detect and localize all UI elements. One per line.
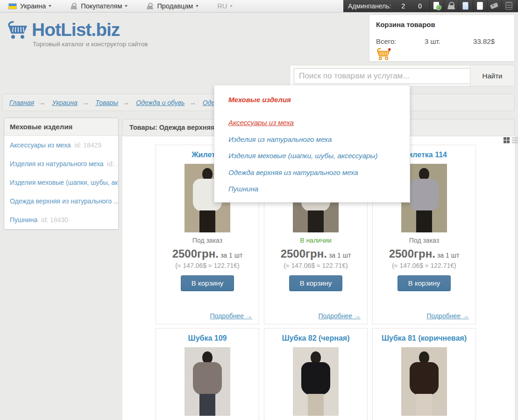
- photo-figure-legs: [416, 210, 432, 232]
- product-title-link[interactable]: Шубка 109: [156, 334, 259, 343]
- price-row: 2500грн.за 1 шт: [156, 248, 259, 261]
- sidebar-item-label[interactable]: Изделия меховые (шапки, шубы, ак...: [10, 179, 118, 186]
- site-logo[interactable]: HotList.biz Торговый каталог и конструкт…: [7, 21, 148, 48]
- site-tagline: Торговый каталог и конструктор сайтов: [33, 41, 148, 48]
- price-approx: (≈ 147.06$ ≈ 122.71€): [264, 262, 367, 269]
- sidebar-item[interactable]: Одежда верхняя из натурального ...: [4, 192, 118, 210]
- sidebar-item[interactable]: Аксессуары из меха id: 18429: [4, 136, 118, 154]
- admin-icons: [429, 0, 518, 12]
- product-title-link[interactable]: Шубка 81 (коричневая): [373, 334, 475, 343]
- dropdown-item: Изделия меховые (шапки, шубы, аксессуары…: [228, 147, 410, 164]
- topbar-menu[interactable]: Продавцам: [146, 2, 199, 10]
- product-image[interactable]: [184, 347, 230, 416]
- chevron-down-icon: [125, 5, 128, 7]
- price: 2500грн.: [389, 247, 435, 260]
- document-blue-icon[interactable]: [458, 0, 473, 12]
- photo-figure-legs: [308, 394, 324, 416]
- details-link[interactable]: Подробнее →: [427, 312, 469, 320]
- cart-quantity: 3 шт.: [425, 37, 440, 45]
- server-icon[interactable]: [502, 0, 516, 12]
- logo-cart-icon: [7, 21, 29, 42]
- chevron-down-icon: [196, 5, 199, 7]
- photo-figure-coat: [193, 362, 222, 395]
- dropdown-item: Аксессуары из меха: [228, 114, 410, 131]
- add-to-cart-button[interactable]: В корзину: [397, 275, 451, 291]
- sidebar-list: Аксессуары из меха id: 18429 Изделия из …: [4, 136, 118, 229]
- product-title-link[interactable]: Шубка 82 (черная): [264, 334, 367, 343]
- site-title: HotList.biz: [32, 21, 148, 39]
- cart-title: Корзина товаров: [376, 21, 435, 28]
- tag-icon[interactable]: [487, 0, 502, 12]
- breadcrumb-item: Главная→: [9, 98, 50, 106]
- view-toggle: [504, 137, 518, 143]
- page-globe-icon[interactable]: [429, 0, 444, 12]
- breadcrumb-link[interactable]: Одежда и обувь: [136, 99, 184, 106]
- add-to-cart-button[interactable]: В корзину: [181, 275, 234, 291]
- category-sidebar: Меховые изделия Аксессуары из меха id: 1…: [4, 118, 119, 230]
- dropdown-item: Изделия из натурального меха: [228, 131, 410, 148]
- admin-counter[interactable]: 2: [401, 2, 405, 10]
- breadcrumb-link[interactable]: Главная: [9, 99, 34, 106]
- dropdown-title[interactable]: Меховые изделия: [228, 95, 410, 105]
- document-white-icon[interactable]: [473, 0, 487, 12]
- admin-basket-icon[interactable]: [444, 0, 458, 12]
- dropdown-link[interactable]: Одежда верхняя из натурального меха: [228, 168, 358, 176]
- product-card: Шубка 109 Под заказ: [156, 328, 259, 420]
- availability-status: Под заказ: [373, 237, 475, 244]
- cart-amount: 33.82$: [473, 37, 495, 45]
- product-image[interactable]: [293, 347, 339, 416]
- price-approx: (≈ 147.06$ ≈ 122.71€): [373, 262, 475, 269]
- topbar-menu[interactable]: RU: [217, 2, 233, 10]
- breadcrumb-item: Украина→: [52, 98, 93, 106]
- breadcrumb-arrow: →: [82, 98, 89, 106]
- dropdown-item: Пушнина: [228, 181, 410, 197]
- product-image[interactable]: [401, 347, 447, 416]
- sidebar-item[interactable]: Изделия меховые (шапки, шубы, ак...: [4, 173, 118, 192]
- admin-counter[interactable]: 0: [418, 2, 422, 10]
- topbar-menu-label: Украина: [20, 2, 46, 10]
- cart-total-label: Всего:: [376, 37, 397, 45]
- details-link[interactable]: Подробнее →: [210, 312, 253, 320]
- photo-figure-legs: [308, 210, 324, 232]
- photo-figure-coat: [410, 179, 439, 211]
- sidebar-item[interactable]: Пушнина id: 18430: [4, 210, 118, 229]
- grid-view-icon[interactable]: [504, 137, 510, 143]
- cart-icon[interactable]: [376, 48, 391, 63]
- price: 2500грн.: [281, 247, 327, 260]
- price-approx: (≈ 147.06$ ≈ 122.71€): [156, 262, 259, 269]
- sidebar-item-id: id: 18429: [75, 141, 102, 149]
- list-view-icon[interactable]: [512, 137, 518, 143]
- page: { "colors": { "brand_blue": "#4a7cb0", "…: [0, 0, 518, 420]
- dropdown-link[interactable]: Аксессуары из меха: [228, 119, 294, 126]
- topbar-menu[interactable]: Покупателям: [70, 2, 128, 10]
- breadcrumb-link[interactable]: Товары: [95, 99, 118, 106]
- panel-icon[interactable]: [516, 0, 518, 12]
- basket-icon: [70, 3, 78, 9]
- sidebar-item-label[interactable]: Изделия из натурального меха: [10, 160, 104, 168]
- breadcrumb-item: Одежда и обувь→: [136, 98, 200, 106]
- dropdown-list: Аксессуары из меха Изделия из натурально…: [228, 114, 410, 197]
- add-to-cart-button[interactable]: В корзину: [289, 275, 342, 291]
- search-button[interactable]: Найти: [470, 65, 514, 86]
- sidebar-item-label[interactable]: Аксессуары из меха: [10, 141, 71, 149]
- price: 2500грн.: [172, 247, 219, 260]
- dropdown-link[interactable]: Пушнина: [228, 185, 258, 193]
- sidebar-item-label[interactable]: Одежда верхняя из натурального ...: [10, 197, 118, 205]
- product-card: Шубка 81 (коричневая) Под заказ: [372, 328, 476, 420]
- photo-figure-legs: [416, 394, 432, 416]
- chevron-down-icon: [49, 5, 51, 7]
- sidebar-item-label[interactable]: Пушнина: [10, 216, 37, 224]
- admin-panel-link[interactable]: Админпанель:: [348, 2, 391, 10]
- dropdown-link[interactable]: Изделия меховые (шапки, шубы, аксессуары…: [228, 152, 377, 160]
- photo-figure-coat: [301, 362, 330, 395]
- price-row: 2500грн.за 1 шт: [264, 248, 367, 261]
- topbar-menu[interactable]: Украина: [8, 2, 51, 10]
- breadcrumb-link[interactable]: Украина: [52, 99, 77, 106]
- search-input[interactable]: [294, 68, 470, 84]
- dropdown-link[interactable]: Изделия из натурального меха: [228, 135, 332, 143]
- details-link[interactable]: Подробнее →: [319, 312, 361, 320]
- sidebar-title: Меховые изделия: [4, 118, 118, 136]
- breadcrumb-arrow: →: [189, 98, 196, 106]
- sidebar-item[interactable]: Изделия из натурального меха id: ...: [4, 154, 118, 173]
- photo-figure-legs: [199, 210, 215, 232]
